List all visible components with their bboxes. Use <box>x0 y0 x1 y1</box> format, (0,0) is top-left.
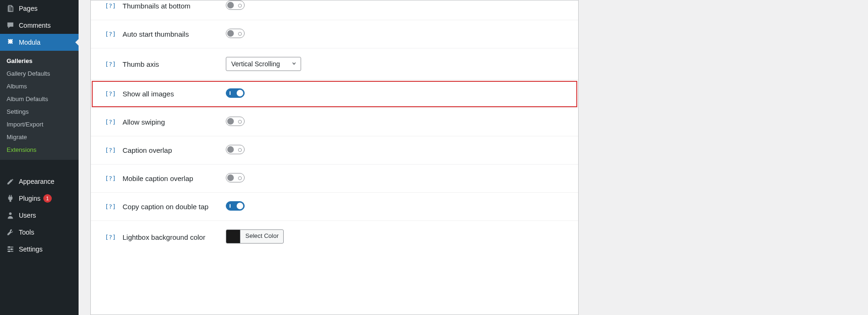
toggle-auto-start-thumbnails[interactable] <box>226 29 245 38</box>
help-icon[interactable]: [?] <box>105 203 116 210</box>
row-thumb-axis: [?] Thumb axis Vertical Scrolling <box>91 48 578 80</box>
sidebar-item-comments[interactable]: Comments <box>0 17 79 34</box>
toggle-caption-overlap[interactable] <box>226 145 245 154</box>
chevron-down-icon <box>291 60 297 68</box>
admin-sidebar: Pages Comments Modula Galleries Gallery … <box>0 0 79 315</box>
sidebar-separator <box>0 162 79 171</box>
appearance-icon <box>6 177 15 186</box>
comments-icon <box>6 21 15 30</box>
main-content: [?] Thumbnails at bottom [?] Auto start … <box>79 0 868 315</box>
sidebar-item-modula[interactable]: Modula <box>0 34 79 51</box>
sidebar-item-label: Appearance <box>19 178 55 185</box>
users-icon <box>6 211 15 220</box>
submenu-migrate[interactable]: Migrate <box>0 131 79 143</box>
toggle-mobile-caption-overlap[interactable] <box>226 173 245 182</box>
sidebar-item-label: Tools <box>19 228 34 236</box>
pages-icon <box>6 4 15 13</box>
toggle-thumbnails-at-bottom[interactable] <box>226 0 245 10</box>
row-label: Caption overlap <box>122 146 226 154</box>
row-caption-overlap: [?] Caption overlap <box>91 136 578 165</box>
help-icon[interactable]: [?] <box>105 61 116 68</box>
svg-point-5 <box>8 246 10 248</box>
row-label: Allow swiping <box>122 118 226 126</box>
svg-point-7 <box>8 251 10 252</box>
modula-icon <box>6 38 15 47</box>
settings-icon <box>6 244 15 254</box>
toggle-show-all-images[interactable] <box>226 88 245 98</box>
modula-submenu: Galleries Gallery Defaults Albums Album … <box>0 51 79 160</box>
help-icon[interactable]: [?] <box>105 175 116 182</box>
row-label: Thumbnails at bottom <box>122 2 226 10</box>
plugins-update-badge: 1 <box>43 194 52 203</box>
submenu-album-defaults[interactable]: Album Defaults <box>0 93 79 105</box>
help-icon[interactable]: [?] <box>105 2 116 9</box>
sidebar-item-settings[interactable]: Settings <box>0 241 79 258</box>
row-copy-caption-double-tap: [?] Copy caption on double tap <box>91 193 578 221</box>
row-label: Thumb axis <box>122 60 226 68</box>
submenu-extensions[interactable]: Extensions <box>0 143 79 156</box>
svg-point-1 <box>9 213 11 215</box>
submenu-import-export[interactable]: Import/Export <box>0 118 79 131</box>
svg-point-6 <box>11 248 13 250</box>
submenu-galleries[interactable]: Galleries <box>0 55 79 67</box>
select-thumb-axis[interactable]: Vertical Scrolling <box>226 57 301 71</box>
toggle-copy-caption-double-tap[interactable] <box>226 201 245 211</box>
row-label: Auto start thumbnails <box>122 30 226 38</box>
sidebar-item-label: Plugins <box>19 195 40 202</box>
sidebar-item-tools[interactable]: Tools <box>0 224 79 241</box>
row-mobile-caption-overlap: [?] Mobile caption overlap <box>91 165 578 193</box>
sidebar-item-pages[interactable]: Pages <box>0 0 79 17</box>
color-picker-label: Select Color <box>240 230 283 243</box>
row-label: Mobile caption overlap <box>122 174 226 182</box>
help-icon[interactable]: [?] <box>105 90 116 97</box>
submenu-albums[interactable]: Albums <box>0 80 79 93</box>
help-icon[interactable]: [?] <box>105 147 116 154</box>
row-show-all-images: [?] Show all images <box>91 80 578 108</box>
sidebar-item-users[interactable]: Users <box>0 207 79 224</box>
row-thumbnails-at-bottom: [?] Thumbnails at bottom <box>91 0 578 20</box>
help-icon[interactable]: [?] <box>105 31 116 38</box>
row-allow-swiping: [?] Allow swiping <box>91 108 578 136</box>
row-label: Lightbox background color <box>122 233 226 241</box>
sidebar-item-plugins[interactable]: Plugins 1 <box>0 190 79 207</box>
settings-panel: [?] Thumbnails at bottom [?] Auto start … <box>90 0 579 315</box>
color-swatch <box>226 230 240 243</box>
row-lightbox-background-color: [?] Lightbox background color Select Col… <box>91 221 578 253</box>
row-label: Copy caption on double tap <box>122 203 226 211</box>
plugins-icon <box>6 194 15 203</box>
sidebar-item-label: Users <box>19 212 36 219</box>
select-value: Vertical Scrolling <box>231 60 280 68</box>
color-picker-lightbox-bg[interactable]: Select Color <box>226 229 284 244</box>
svg-rect-0 <box>8 6 12 12</box>
submenu-settings[interactable]: Settings <box>0 105 79 118</box>
help-icon[interactable]: [?] <box>105 118 116 126</box>
row-auto-start-thumbnails: [?] Auto start thumbnails <box>91 20 578 48</box>
toggle-allow-swiping[interactable] <box>226 117 245 126</box>
sidebar-item-label: Comments <box>19 22 51 29</box>
tools-icon <box>6 228 15 237</box>
help-icon[interactable]: [?] <box>105 234 116 241</box>
row-label: Show all images <box>122 90 226 98</box>
sidebar-item-label: Pages <box>19 5 38 12</box>
submenu-gallery-defaults[interactable]: Gallery Defaults <box>0 67 79 80</box>
sidebar-item-label: Modula <box>19 39 40 46</box>
sidebar-item-label: Settings <box>19 245 43 253</box>
sidebar-item-appearance[interactable]: Appearance <box>0 173 79 190</box>
